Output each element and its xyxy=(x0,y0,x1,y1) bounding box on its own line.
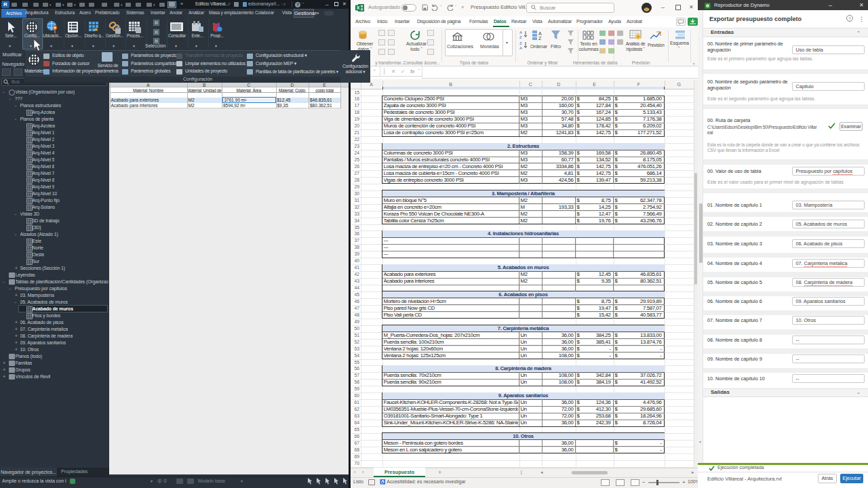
svg-text:Z: Z xyxy=(519,41,522,45)
svg-text:A: A xyxy=(538,31,542,36)
svg-text:Z: Z xyxy=(538,36,542,41)
svg-text:A: A xyxy=(519,46,522,49)
svg-text:X: X xyxy=(357,5,360,10)
svg-text:A: A xyxy=(519,30,522,35)
svg-text:Z: Z xyxy=(519,35,522,39)
